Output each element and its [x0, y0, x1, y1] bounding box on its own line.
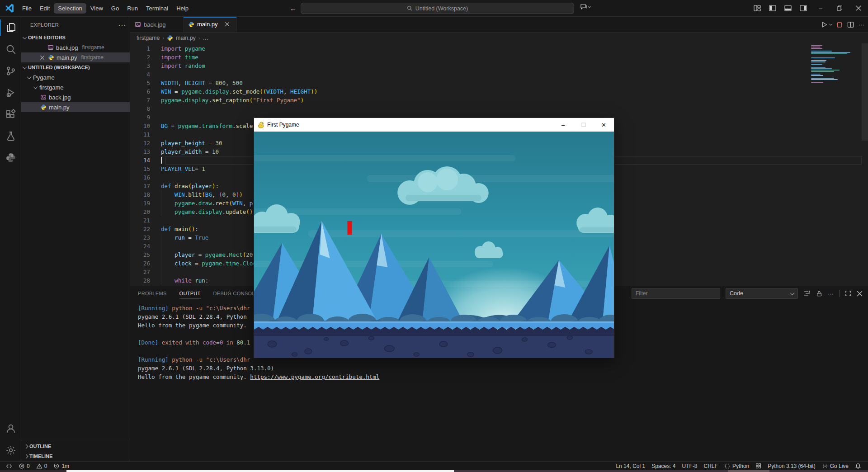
code-line-1[interactable]: 1import pygame — [130, 44, 868, 53]
activity-account-icon[interactable] — [0, 418, 21, 439]
status-warnings[interactable]: 0 — [33, 463, 51, 469]
toggle-secondary-sidebar-icon[interactable] — [797, 3, 810, 14]
copilot-menu[interactable] — [580, 3, 590, 10]
status-extension[interactable] — [752, 463, 764, 469]
close-panel-icon[interactable] — [857, 291, 863, 297]
open-editor-main.py[interactable]: main.pyfirstgame — [21, 52, 130, 62]
open-editor-back.jpg[interactable]: back.jpgfirstgame — [21, 42, 130, 52]
pygame-titlebar[interactable]: First Pygame – ✕ — [254, 118, 614, 132]
window-minimize-button[interactable]: – — [811, 0, 830, 16]
menu-help[interactable]: Help — [172, 3, 193, 14]
tab-back.jpg[interactable]: back.jpg — [130, 17, 184, 32]
code-line-5[interactable]: 5WIDTH, HEIGHT = 800, 500 — [130, 79, 868, 87]
activity-settings-icon[interactable] — [0, 439, 21, 461]
command-center-search[interactable]: Untitled (Workspace) — [301, 3, 574, 14]
file-detail: firstgame — [81, 54, 104, 61]
status-errors[interactable]: 0 — [15, 463, 33, 469]
stop-button[interactable] — [836, 22, 843, 28]
menu-terminal[interactable]: Terminal — [142, 3, 172, 14]
status-go-live[interactable]: Go Live — [819, 463, 852, 469]
panel-more-actions-icon[interactable]: ··· — [828, 290, 834, 297]
braces-icon — [724, 463, 731, 469]
status-timer[interactable]: 1m — [50, 463, 72, 469]
line-number: 27 — [130, 268, 150, 276]
tree-item-main.py[interactable]: main.py — [21, 102, 130, 112]
nav-back-icon[interactable]: ← — [290, 5, 297, 12]
clear-output-icon[interactable] — [803, 290, 811, 297]
activity-search-icon[interactable] — [0, 38, 21, 60]
panel-tab-output[interactable]: OUTPUT — [179, 286, 201, 301]
line-number: 13 — [130, 147, 150, 156]
tree-item-back.jpg[interactable]: back.jpg — [21, 92, 130, 102]
customize-layout-icon[interactable] — [751, 3, 764, 14]
menu-file[interactable]: File — [18, 3, 36, 14]
activity-bar — [0, 17, 21, 461]
explorer-more-actions-icon[interactable]: ··· — [118, 21, 126, 28]
activity-explorer-icon[interactable] — [0, 17, 21, 38]
code-line-3[interactable]: 3import random — [130, 61, 868, 70]
python-file-icon — [188, 21, 194, 28]
status-python-interpreter[interactable]: Python 3.13 (64-bit) — [764, 463, 818, 469]
status-indentation[interactable]: Spaces: 4 — [648, 463, 679, 469]
open-editors-header[interactable]: OPEN EDITORS — [21, 33, 130, 42]
status-eol[interactable]: CRLF — [701, 463, 721, 469]
lock-scroll-icon[interactable] — [816, 290, 822, 297]
menu-go[interactable]: Go — [107, 3, 123, 14]
breadcrumb[interactable]: firstgame›main.py›… — [130, 33, 868, 43]
status-remote[interactable] — [3, 463, 15, 469]
code-line-6[interactable]: 6WIN = pygame.display.set_mode((WIDTH, H… — [130, 87, 868, 96]
maximize-panel-icon[interactable] — [845, 290, 851, 297]
window-close-button[interactable] — [849, 0, 868, 16]
activity-run-debug-icon[interactable] — [0, 82, 21, 104]
workspace-header[interactable]: UNTITLED (WORKSPACE) — [21, 62, 130, 72]
code-line-7[interactable]: 7pygame.display.set_caption("First Pygam… — [130, 96, 868, 104]
code-text: PLAYER_VEL= 1 — [161, 165, 205, 173]
code-text: import random — [161, 61, 205, 70]
window-restore-button[interactable] — [830, 0, 849, 16]
toggle-primary-sidebar-icon[interactable] — [766, 3, 779, 14]
run-python-file-button[interactable] — [821, 21, 832, 28]
section-timeline[interactable]: TIMELINE — [21, 451, 130, 461]
breadcrumb-item[interactable]: main.py — [176, 35, 196, 41]
output-channel-select[interactable]: Code — [726, 288, 798, 299]
menu-view[interactable]: View — [86, 3, 107, 14]
menu-run[interactable]: Run — [123, 3, 142, 14]
panel-tab-debug-console[interactable]: DEBUG CONSOLE — [213, 286, 259, 301]
code-line-4[interactable]: 4 — [130, 70, 868, 79]
breadcrumb-item[interactable]: … — [203, 35, 209, 41]
status-encoding[interactable]: UTF-8 — [679, 463, 701, 469]
output-filter-input[interactable] — [632, 288, 720, 299]
status-cursor-position[interactable]: Ln 14, Col 1 — [613, 463, 648, 469]
line-number: 14 — [130, 156, 150, 165]
menu-selection[interactable]: Selection — [54, 3, 86, 14]
pygame-window[interactable]: First Pygame – ✕ — [254, 118, 614, 358]
image-file-icon — [40, 94, 47, 100]
pygame-minimize-button[interactable]: – — [553, 118, 573, 132]
activity-testing-icon[interactable] — [0, 125, 21, 147]
status-language-mode[interactable]: Python — [721, 463, 752, 469]
code-text: pygame.display.set_caption("First Pygame… — [161, 96, 304, 104]
pygame-maximize-button[interactable] — [573, 118, 594, 132]
toggle-panel-icon[interactable] — [782, 3, 794, 14]
status-notifications[interactable] — [852, 463, 864, 469]
tab-main.py[interactable]: main.py — [184, 17, 237, 32]
split-editor-icon[interactable] — [847, 21, 854, 28]
close-tab-icon[interactable] — [224, 21, 230, 27]
panel-tab-problems[interactable]: PROBLEMS — [138, 286, 167, 301]
editor-more-actions-icon[interactable]: ··· — [859, 21, 864, 28]
code-line-2[interactable]: 2import time — [130, 53, 868, 61]
menu-edit[interactable]: Edit — [36, 3, 54, 14]
code-line-8[interactable]: 8 — [130, 104, 868, 113]
output-link[interactable]: https://www.pygame.org/contribute.html — [250, 373, 379, 380]
tree-item-Pygame[interactable]: Pygame — [21, 72, 130, 82]
activity-extensions-icon[interactable] — [0, 104, 21, 125]
close-editor-icon[interactable] — [38, 55, 46, 61]
code-text: import time — [161, 53, 198, 61]
pygame-close-button[interactable]: ✕ — [594, 118, 614, 132]
indent-guide — [161, 242, 161, 250]
tree-item-firstgame[interactable]: firstgame — [21, 82, 130, 92]
activity-source-control-icon[interactable] — [0, 60, 21, 82]
activity-python-icon[interactable] — [0, 147, 21, 169]
breadcrumb-item[interactable]: firstgame — [137, 35, 160, 41]
section-outline[interactable]: OUTLINE — [21, 441, 130, 451]
